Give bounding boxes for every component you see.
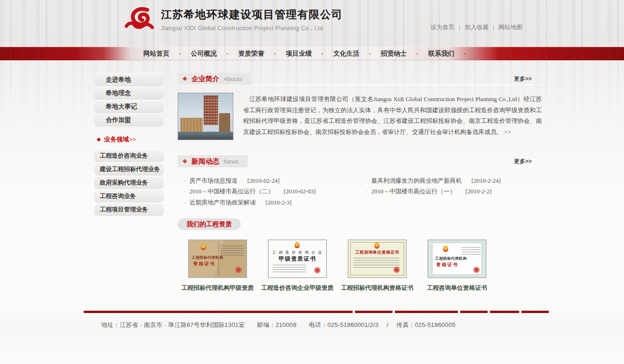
red-seal-icon (393, 266, 400, 274)
sitemap-link[interactable]: 网站地图 (498, 23, 522, 32)
certificate-column: 工程咨询单位资格证书 工程招标代理机构资格证书 (337, 240, 417, 292)
news-item[interactable]: · 近期房地产市场政策解读 [2010-2-3] (183, 197, 365, 208)
about-paragraph: 江苏希地环球建设项目管理有限公司（英文名Jiangsu Xidi Global … (243, 94, 542, 144)
certificate-caption: 工程招标代理机构资格证书 (337, 284, 417, 292)
set-homepage-link[interactable]: 设为首页 (431, 23, 455, 32)
bullet-icon: · (365, 188, 367, 195)
nav-dot-icon: · (322, 50, 323, 57)
link-separator: | (459, 24, 460, 31)
news-item-title: 房产市场信息报道 (189, 177, 238, 185)
nav-item-recruit[interactable]: 招贤纳士 (381, 50, 407, 58)
certificate-image-bidding-agency-cert[interactable]: 工程咨询单位资格证书 (348, 240, 406, 278)
cert-art-subtitle: 资格证书 (436, 262, 458, 268)
red-seal-icon (235, 266, 242, 274)
bullet-icon: · (365, 177, 367, 185)
diamond-icon: ❖ (182, 158, 187, 165)
news-item-title: 2010－中国楼市高位运行（一） (371, 187, 456, 196)
cert-art-subtitle: 资格证书 (192, 261, 216, 267)
nav-item-culture[interactable]: 文化生活 (333, 50, 359, 58)
cert-art-title: 工 程 造 价 咨 询 企 业 (269, 250, 326, 255)
certificate-image-cost-consulting-a[interactable]: 工 程 造 价 咨 询 企 业 甲级资质证书 (268, 240, 327, 278)
certificate-image-consulting-unit-cert[interactable]: 工程招标代理机构 资格证书 (428, 240, 486, 278)
about-more-link[interactable]: 更多>> (514, 75, 532, 83)
bullet-icon: · (183, 199, 185, 206)
news-item[interactable]: · 2010－中国楼市高位运行（一） [2010-2-2] (365, 186, 542, 198)
qualifications-heading: 我们的工程资质 (178, 218, 241, 230)
text-lines (220, 244, 244, 255)
nav-dot-icon: · (274, 50, 276, 57)
cert-art-title: 工程招标代理机构 (435, 256, 467, 261)
national-emblem-icon (443, 246, 448, 252)
sidebar-business-heading: ❖ 业务领域>> (96, 135, 164, 144)
sidebar-item-cost-consulting[interactable]: 工程造价咨询业务 (94, 149, 164, 162)
certificate-image-bidding-agency-a[interactable]: 工程招标代理机构 资格证书 (188, 240, 247, 278)
news-list-left: · 房产市场信息报道 [2010-02-24] · 2010－中国楼市高位运行（… (183, 175, 365, 208)
news-item-date: [2010-2-3] (265, 199, 291, 206)
certificate-column: 工程招标代理机构 资格证书 工程招标代理机构甲级资质 (178, 240, 257, 292)
footer-divider (84, 311, 549, 313)
sidebar-item-milestones[interactable]: 希地大事记 (94, 100, 164, 113)
main-nav: 网站首页 · 公司概况 · 资质荣誉 · 项目业绩 · 文化生活 · 招贤纳士 … (0, 47, 624, 60)
certificate-caption: 工程招标代理机构甲级资质 (178, 284, 257, 292)
about-section-tab: ❖ 企业简介 Abouts (178, 73, 251, 85)
sidebar-item-gov-procurement[interactable]: 政府采购代理业务 (94, 176, 164, 189)
footer-contact-info: 地址：江苏省 · 南京市 · 珠江路67号华利国际1301室 邮编：210008… (101, 321, 549, 329)
sidebar-item-philosophy[interactable]: 希地理念 (94, 87, 164, 99)
news-section-tab: ❖ 新闻动态 News (178, 155, 248, 167)
news-item-date: [2010-02-03] (283, 188, 315, 195)
building-left (180, 118, 203, 132)
news-item-title: 近期房地产市场政策解读 (189, 198, 256, 207)
nav-item-contact[interactable]: 联系我们 (428, 50, 454, 58)
text-lines (273, 263, 306, 272)
about-body: 江苏希地环球建设项目管理有限公司（英文名Jiangsu Xidi Global … (178, 93, 542, 144)
nav-item-projects[interactable]: 项目业绩 (286, 50, 312, 58)
nav-dot-icon: · (369, 50, 371, 57)
national-emblem-icon (295, 242, 300, 248)
sidebar-item-cooperation[interactable]: 合作加盟 (94, 114, 164, 126)
news-subtitle: News (224, 158, 239, 165)
news-item[interactable]: · 最具利润爆发力的商业地产新商机 [2010-2-24] (365, 175, 542, 186)
building-right (219, 113, 230, 132)
news-item-title: 2010－中国楼市高位运行（二） (189, 187, 274, 196)
site-header: 江苏希地环球建设项目管理有限公司 Jiangsu XIDI Global Con… (0, 0, 624, 47)
certificate-caption: 工程造价咨询企业甲级资质 (257, 284, 337, 292)
national-emblem-icon (374, 243, 380, 249)
text-lines (354, 256, 399, 268)
sidebar-item-enter-xidi[interactable]: 走进希地 (94, 73, 164, 86)
news-lists: · 房产市场信息报道 [2010-02-24] · 2010－中国楼市高位运行（… (178, 168, 542, 208)
bullet-icon: · (183, 177, 185, 185)
content-area: 走进希地 希地理念 希地大事记 合作加盟 ❖ 业务领域>> 工程造价咨询业务 建… (84, 60, 549, 311)
company-name-en: Jiangsu XIDI Global Construction Project… (161, 25, 343, 32)
nav-item-company[interactable]: 公司概况 (191, 50, 217, 58)
news-item-date: [2010-2-24] (471, 177, 501, 185)
cert-art-title: 工程咨询单位资格证书 (348, 249, 406, 255)
news-item-title: 最具利润爆发力的商业地产新商机 (371, 177, 462, 185)
company-logo-icon (124, 6, 157, 33)
nav-item-home[interactable]: 网站首页 (143, 50, 169, 58)
sidebar-item-bidding-agency[interactable]: 建设工程招标代理业务 (94, 163, 164, 175)
diamond-icon: ❖ (96, 137, 101, 143)
building-tower (204, 96, 218, 125)
sidebar-item-project-management[interactable]: 工程项目管理业务 (94, 203, 164, 216)
site-footer: 地址：江苏省 · 南京市 · 珠江路67号华利国际1301室 邮编：210008… (0, 311, 624, 329)
sidebar-item-engineering-consult[interactable]: 工程咨询业务 (94, 190, 164, 202)
nav-dot-icon: · (417, 50, 418, 57)
news-more-link[interactable]: 更多>> (514, 158, 532, 166)
certificate-caption: 工程咨询单位资格证书 (417, 284, 497, 292)
quick-links: 设为首页 | 加入收藏 | 网站地图 (431, 23, 522, 32)
diamond-icon: ❖ (182, 76, 187, 82)
sidebar-business-title: 业务领域>> (104, 135, 136, 144)
nav-item-qualification[interactable]: 资质荣誉 (238, 50, 264, 58)
news-list-right: · 最具利润爆发力的商业地产新商机 [2010-2-24] · 2010－中国楼… (365, 175, 542, 208)
nav-dot-icon: · (179, 50, 181, 57)
river-water (178, 132, 233, 140)
news-item[interactable]: · 2010－中国楼市高位运行（二） [2010-02-03] (183, 186, 365, 198)
news-item[interactable]: · 房产市场信息报道 [2010-02-24] (183, 175, 365, 186)
sidebar: 走进希地 希地理念 希地大事记 合作加盟 ❖ 业务领域>> 工程造价咨询业务 建… (94, 73, 164, 217)
news-item-date: [2010-02-24] (247, 177, 279, 185)
certificate-column: 工 程 造 价 咨 询 企 业 甲级资质证书 工程造价咨询企业甲级资质 (257, 240, 337, 292)
news-section-header: ❖ 新闻动态 News 更多>> (178, 156, 542, 168)
certificates-row: 工程招标代理机构 资格证书 工程招标代理机构甲级资质 工 程 造 价 咨 询 企… (178, 240, 542, 292)
about-title: 企业简介 (192, 75, 219, 83)
add-favorite-link[interactable]: 加入收藏 (464, 23, 489, 32)
